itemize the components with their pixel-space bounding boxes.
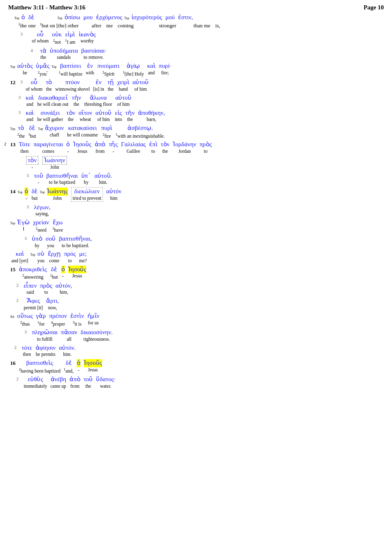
verse-15-permit: 2 Ἄφες permit [it] ἄρτι, now, [8,297,384,311]
verse-baptize-line: Top αὐτὸς he ὑμᾶς 2you° Top βαπτίσει 1wi… [8,62,384,77]
verse-14-saying: 3 λέγων, saying, [8,203,384,217]
verse-baptized-by-you: 3 ὑπὸ by σοῦ you βαπτισθῆναι, to be bapt… [8,235,384,248]
verse-chaff-line: Top τὸ 2the δὲ 1but Top ἄχυρον chaff κατ… [8,124,384,139]
verse-3-line1: 3 οὗ of whom οὐκ 2not εἰμὶ 1I am ἱκανὸς … [8,31,384,45]
verse-13-line1: 2 13 Τότε then παραγίνεται comes ὁ - Ἰησ… [8,141,384,154]
verse-16-came-up: 2 εὐθὺς immediately ἀνέβη came up ἀπὸ fr… [8,375,384,389]
page-number: Page 10 [363,4,384,11]
verse-15-said: 2 εἶπεν said πρὸς to αὐτόν, him, [8,282,384,295]
verse-13-john: τὸν - Ἰωάννην John [8,156,384,170]
verse-4-line1: 4 τὰ the ὑποδήματα sandals βαστάσαι· to … [8,47,384,60]
verse-15-permits: 2 τότε then ἀφίησιν he permits αὐτόν. hi… [8,344,384,357]
verse-12-line2: 3 καὶ and διακαθαριεῖ he will clean out … [8,94,384,107]
verse-14-line1: 14 Top ὁ - δὲ but Top Ἰωάννης John διεκώ… [8,187,384,201]
verse-16-line1: 16 βαπτισθεὶς 2having been baptized δὲ 1… [8,359,384,374]
verse-15-righteousness: 3 πληρῶσαι to fulfill πᾶσαν all δικαιοσύ… [8,328,384,342]
verse-line-1: Top ὁ δὲ Top ὀπίσω μου ἐρχόμενος Top ἰσχ… [8,13,384,29]
verse-12-line3: 3 καὶ and συνάξει he will gather τὸν the… [8,109,384,123]
verse-15-thus: Sit οὕτως 2thus γὰρ 1for πρέπον 4proper … [8,312,384,327]
verse-15-line1: 15 ἀποκριθεὶς 2answering δὲ 1but ὁ - Ἰησ… [8,266,384,280]
page-title: Matthew 3:11 - Matthew 3:16 [8,4,85,11]
verse-come-to-me: καὶ and [yet] Top σὺ you ἔρχῃ come πρός … [8,250,384,264]
verse-13-baptized: 3 τοῦ - βαπτισθῆναι to be baptized ὑπ᾽ b… [8,172,384,185]
verse-12-line1: 12 3 οὗ of whom τὸ the πτύον winnowing s… [8,78,384,92]
verse-top-i-need: Top Ἐγὼ I χρείαν 2need ἔχω 1have [8,219,384,233]
